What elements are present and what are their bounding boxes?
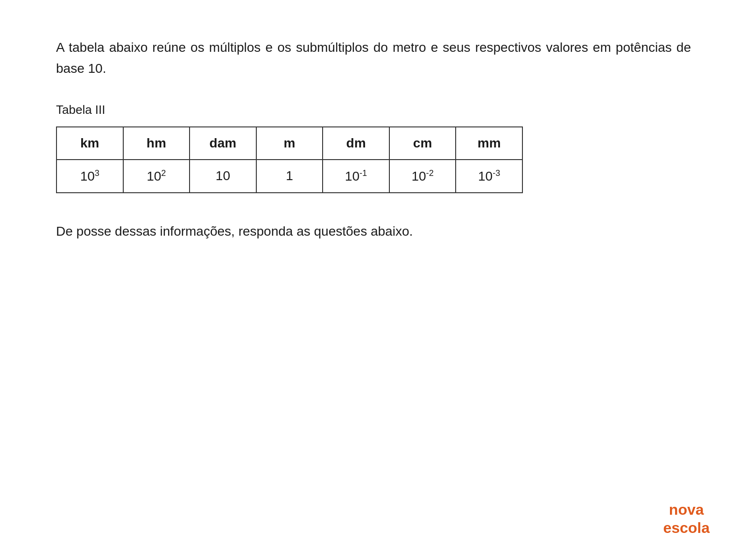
intro-paragraph: A tabela abaixo reúne os múltiplos e os … [56, 37, 691, 79]
cell-cm: 10-2 [389, 160, 456, 193]
col-header-m: m [256, 127, 323, 160]
cell-dm: 10-1 [323, 160, 389, 193]
table-header-row: km hm dam m dm cm mm [56, 127, 522, 160]
cell-dam: 10 [190, 160, 256, 193]
col-header-dam: dam [190, 127, 256, 160]
cell-m: 1 [256, 160, 323, 193]
col-header-dm: dm [323, 127, 389, 160]
main-content: A tabela abaixo reúne os múltiplos e os … [0, 0, 747, 280]
cell-hm: 102 [123, 160, 190, 193]
conclusion-paragraph: De posse dessas informações, responda as… [56, 221, 691, 242]
table-data-row: 103 102 10 1 10-1 10-2 10-3 [56, 160, 522, 193]
col-header-hm: hm [123, 127, 190, 160]
col-header-cm: cm [389, 127, 456, 160]
measurement-table: km hm dam m dm cm mm 103 102 10 1 10-1 1… [56, 126, 523, 193]
brand-line1: nova [669, 501, 704, 518]
branding-logo: nova escola [663, 501, 710, 537]
table-label: Tabela III [56, 103, 691, 117]
col-header-mm: mm [456, 127, 522, 160]
col-header-km: km [56, 127, 123, 160]
brand-line2: escola [663, 519, 710, 536]
cell-mm: 10-3 [456, 160, 522, 193]
cell-km: 103 [56, 160, 123, 193]
